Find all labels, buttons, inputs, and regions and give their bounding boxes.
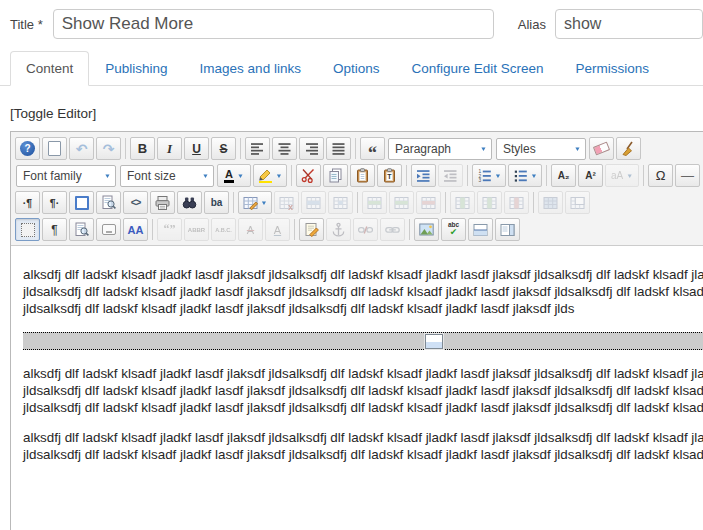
toolbar-separator [233,192,234,213]
wysiwyg-editor: ?↶↷BIUS“Paragraph▼Styles▼Font family▼Fon… [10,131,703,530]
toolbar-separator [125,138,126,159]
fullscreen-icon[interactable] [69,191,94,214]
attributes-icon[interactable] [299,218,324,241]
toolbar-separator [533,192,534,213]
help-icon[interactable]: ? [15,137,40,160]
italic-icon[interactable]: I [157,137,182,160]
text-color-icon[interactable]: A▼ [217,164,251,187]
delete-table-icon: x [274,191,299,214]
bullet-list-icon[interactable]: ▼ [508,164,542,187]
copy-icon[interactable] [323,164,348,187]
insert-row-before-icon [362,191,387,214]
inserted-text-icon: A [265,218,290,241]
link-icon [380,218,405,241]
font-case-icon[interactable]: AA [123,218,148,241]
alias-input[interactable] [555,9,703,39]
tab-permissions[interactable]: Permissions [560,51,666,86]
blockquote-icon[interactable]: “ [360,137,385,160]
styles-select[interactable]: Styles▼ [496,138,586,160]
spellcheck-icon[interactable]: abc [441,218,466,241]
tab-panel-content: [Toggle Editor] ?↶↷BIUS“Paragraph▼Styles… [0,86,703,530]
style-preview-icon[interactable] [69,218,94,241]
source-code-icon[interactable]: <> [123,191,148,214]
preview-icon[interactable] [96,191,121,214]
align-right-icon[interactable] [299,137,324,160]
title-label: Title * [10,17,43,32]
find-replace-icon[interactable]: ba [204,191,229,214]
button-element-icon[interactable] [96,218,121,241]
highlight-color-icon[interactable]: ▼ [253,164,287,187]
toolbar-separator [355,138,356,159]
unlink-icon [353,218,378,241]
table-cell-properties-icon [328,191,353,214]
acronym-icon: A.B.C. [211,218,236,241]
editor-paragraph: alksdfj dlf ladskf klsadf jladkf lasdf j… [23,365,703,416]
editor-body[interactable]: alksdfj dlf ladskf klsadf jladkf lasdf j… [11,246,703,530]
delete-column-icon [504,191,529,214]
show-blocks-icon[interactable]: ¶ [42,218,67,241]
paragraph-format-select[interactable]: Paragraph▼ [388,138,492,160]
toolbar-separator [406,165,407,186]
bold-icon[interactable]: B [130,137,155,160]
strikethrough-icon[interactable]: S [211,137,236,160]
citation-icon: “” [157,218,182,241]
title-input[interactable] [53,9,494,39]
pagebreak-button-icon[interactable] [495,218,520,241]
tab-options[interactable]: Options [317,51,396,86]
find-icon[interactable] [177,191,202,214]
special-character-icon[interactable]: Ω [648,164,673,187]
visual-chars-rtl-icon[interactable]: ¶· [42,191,67,214]
cleanup-icon[interactable] [616,137,641,160]
abbreviation-icon: ABBR [184,218,209,241]
tab-configure-edit-screen[interactable]: Configure Edit Screen [395,51,559,86]
paste-as-text-icon[interactable]: T [377,164,402,187]
subscript-icon[interactable]: A₂ [551,164,576,187]
align-left-icon[interactable] [245,137,270,160]
undo-icon[interactable]: ↶ [69,137,94,160]
editor-paragraph: alksdfj dlf ladskf klsadf jladkf lasdf j… [23,429,703,463]
font-family-select[interactable]: Font family▼ [16,165,116,187]
indent-icon[interactable] [411,164,436,187]
toolbar-separator [546,165,547,186]
toolbar-separator [240,138,241,159]
insert-column-before-icon [450,191,475,214]
tab-bar: ContentPublishingImages and linksOptions… [0,51,703,86]
tab-publishing[interactable]: Publishing [89,51,183,86]
alias-label: Alias [518,17,546,32]
readmore-button-icon[interactable] [468,218,493,241]
article-header: Title * Alias [0,0,703,43]
tab-images-and-links[interactable]: Images and links [184,51,317,86]
paste-icon[interactable] [350,164,375,187]
anchor-icon [326,218,351,241]
table-row-properties-icon [301,191,326,214]
readmore-divider-icon [425,334,443,349]
align-center-icon[interactable] [272,137,297,160]
font-size-select[interactable]: Font size▼ [120,165,214,187]
toggle-editor-button[interactable]: [Toggle Editor] [10,106,96,121]
redo-icon[interactable]: ↷ [96,137,121,160]
toolbar-separator [357,192,358,213]
case-change-icon: aA▼ [605,164,639,187]
numbered-list-icon[interactable]: 123▼ [472,164,506,187]
superscript-icon[interactable]: A² [578,164,603,187]
tab-content[interactable]: Content [10,51,89,86]
merge-cells-icon [565,191,590,214]
cut-icon[interactable] [296,164,321,187]
outdent-icon [438,164,463,187]
align-justify-icon[interactable] [326,137,351,160]
visual-aid-icon[interactable] [15,218,40,241]
insert-column-after-icon [477,191,502,214]
toolbar-separator [643,165,644,186]
underline-icon[interactable]: U [184,137,209,160]
horizontal-rule-icon[interactable]: — [675,164,700,187]
new-document-icon[interactable] [42,137,67,160]
visual-chars-icon[interactable]: ·¶ [15,191,40,214]
print-icon[interactable] [150,191,175,214]
readmore-divider[interactable] [23,332,703,350]
remove-format-icon[interactable] [589,137,614,160]
delete-row-icon [416,191,441,214]
image-icon[interactable] [414,218,439,241]
insert-row-after-icon [389,191,414,214]
toolbar-separator [467,165,468,186]
insert-table-icon[interactable]: ▼ [238,191,272,214]
